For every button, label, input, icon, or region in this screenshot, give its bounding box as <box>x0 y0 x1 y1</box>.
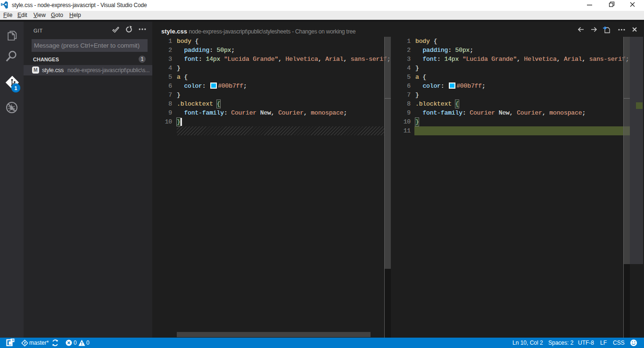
svg-text:1: 1 <box>14 85 17 91</box>
